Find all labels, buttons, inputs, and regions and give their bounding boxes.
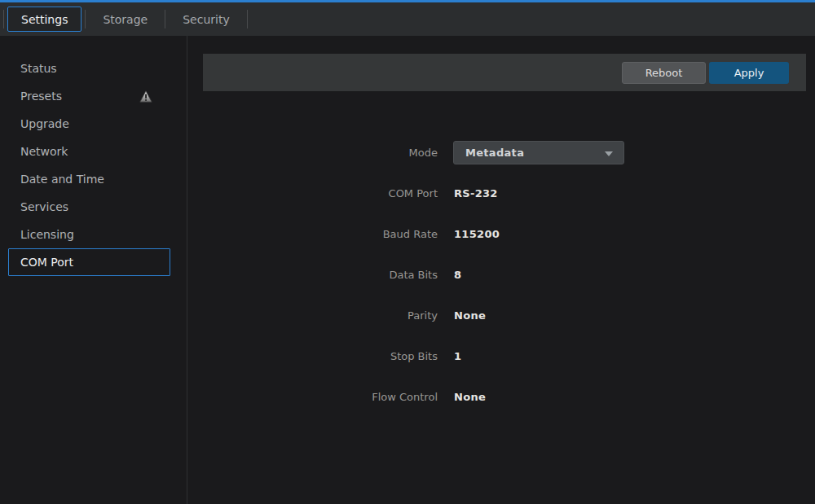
sidebar-item-label: COM Port: [20, 256, 73, 269]
form-row-flow-control: Flow Control None: [188, 385, 815, 409]
form-row-com-port: COM Port RS-232: [188, 182, 815, 205]
main-content: Reboot Apply Mode Metadata COM Port RS-2…: [188, 36, 815, 504]
form-row-stop-bits: Stop Bits 1: [188, 344, 815, 368]
sidebar-item-presets[interactable]: Presets: [8, 82, 170, 110]
tab-storage[interactable]: Storage: [89, 7, 161, 32]
data-bits-value: 8: [454, 269, 461, 281]
sidebar-item-upgrade[interactable]: Upgrade: [8, 110, 170, 138]
mode-dropdown-value: Metadata: [465, 147, 524, 159]
tab-separator: [85, 10, 86, 28]
top-tab-bar: Settings Storage Security: [0, 0, 815, 36]
sidebar-item-label: Licensing: [20, 228, 74, 241]
sidebar-item-status[interactable]: Status: [8, 55, 170, 82]
tab-separator: [247, 10, 248, 28]
sidebar-item-label: Presets: [20, 90, 62, 103]
reboot-button[interactable]: Reboot: [622, 62, 706, 84]
chevron-down-icon: [605, 151, 613, 156]
sidebar-item-label: Upgrade: [20, 117, 69, 130]
com-port-form: Mode Metadata COM Port RS-232 Baud Rate …: [188, 141, 815, 409]
sidebar-item-services[interactable]: Services: [8, 193, 170, 221]
data-bits-label: Data Bits: [188, 269, 438, 281]
baud-rate-label: Baud Rate: [188, 228, 438, 240]
parity-label: Parity: [188, 309, 438, 322]
form-row-mode: Mode Metadata: [188, 141, 815, 164]
flow-control-label: Flow Control: [188, 391, 438, 403]
form-row-data-bits: Data Bits 8: [188, 263, 815, 287]
sidebar-item-network[interactable]: Network: [8, 138, 170, 165]
form-row-baud-rate: Baud Rate 115200: [188, 222, 815, 246]
mode-dropdown[interactable]: Metadata: [453, 141, 624, 164]
parity-value: None: [454, 309, 486, 322]
sidebar-item-date-and-time[interactable]: Date and Time: [8, 165, 170, 193]
form-row-parity: Parity None: [188, 304, 815, 327]
stop-bits-value: 1: [454, 350, 461, 362]
com-port-value: RS-232: [454, 187, 498, 199]
tab-separator: [165, 10, 165, 28]
stop-bits-label: Stop Bits: [188, 350, 438, 362]
sidebar: Status Presets Upgrade Network Date and …: [0, 36, 187, 504]
action-toolbar: Reboot Apply: [203, 54, 806, 91]
flow-control-value: None: [454, 391, 486, 403]
sidebar-item-label: Date and Time: [20, 173, 104, 186]
mode-label: Mode: [188, 147, 438, 159]
com-port-label: COM Port: [188, 187, 438, 199]
sidebar-item-label: Status: [20, 62, 57, 75]
sidebar-item-com-port[interactable]: COM Port: [8, 248, 170, 276]
tab-security[interactable]: Security: [169, 7, 244, 32]
warning-icon: [139, 90, 152, 103]
tab-settings[interactable]: Settings: [7, 7, 82, 32]
sidebar-item-label: Services: [20, 200, 68, 213]
apply-button[interactable]: Apply: [709, 62, 789, 84]
tab-separator: [3, 10, 4, 28]
baud-rate-value: 115200: [454, 228, 500, 240]
sidebar-item-label: Network: [20, 145, 68, 158]
sidebar-item-licensing[interactable]: Licensing: [8, 221, 170, 248]
